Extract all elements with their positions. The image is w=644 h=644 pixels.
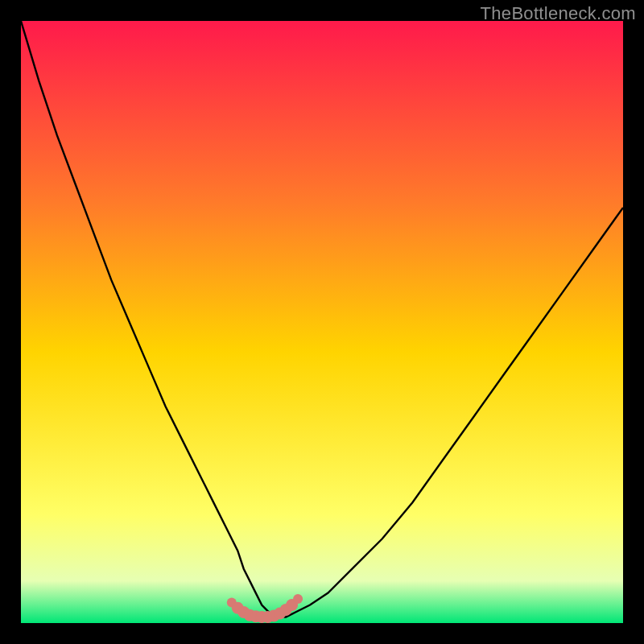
watermark-text: TheBottleneck.com (481, 3, 636, 24)
gradient-background (21, 21, 623, 623)
bottleneck-chart (21, 21, 623, 623)
sweet-spot-marker (293, 594, 303, 604)
chart-frame: TheBottleneck.com (0, 0, 644, 644)
plot-area (21, 21, 623, 623)
